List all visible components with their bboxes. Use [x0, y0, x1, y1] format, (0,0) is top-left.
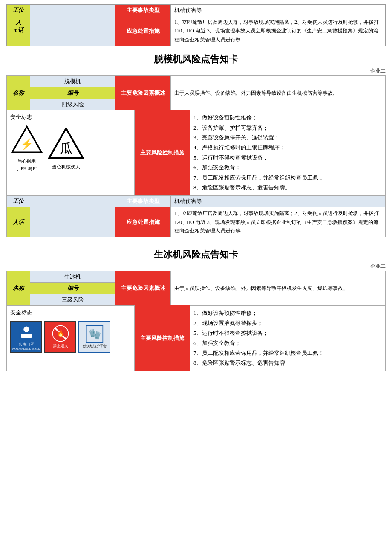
- svg-text:🔥: 🔥: [56, 329, 64, 337]
- card1-safety-section: 安全标志 ⚡ 当心触电 、EH 喝 E" 瓜 当: [6, 110, 386, 195]
- card1-level-value: 四级风险: [30, 99, 115, 110]
- svg-text:⚡: ⚡: [20, 138, 34, 151]
- card2-safety-sign-label: 安全标志: [10, 309, 131, 316]
- card1-risk-value: 由于人员误操作、设备缺陷、外力因素等导致设备由生机械伤害等事故。: [171, 76, 386, 110]
- card1-title: 脱模机风险点告知卡: [6, 53, 386, 66]
- card2-safety-section: 安全标志 防毒口罩 NO DEFENCE MASK: [6, 305, 386, 371]
- card2-icons-row: 防毒口罩 NO DEFENCE MASK 🔥 禁止烟火: [10, 321, 131, 353]
- card1-icon1: ⚡ 当心触电 、EH 喝 E": [10, 125, 43, 172]
- card2-icon3-label: 必须戴防护手套: [83, 344, 107, 348]
- accident-type-value-top: 机械伤害等: [171, 5, 386, 16]
- card2-icon1-sublabel: NO DEFENCE MASK: [12, 347, 40, 351]
- card2-control-label: 主要风险控制措施: [135, 305, 190, 370]
- card2-icon3-box: 🧤 必须戴防护手套: [78, 321, 110, 353]
- card2-title: 生冰机风险点告知卡: [6, 248, 386, 261]
- card2-name-label: 名称: [7, 271, 30, 306]
- card2-icon2-label: 禁止烟火: [53, 343, 68, 349]
- card1-table: 名称 脱模机 主要危险因素概述 由于人员误操作、设备缺陷、外力因素等导致设备由生…: [6, 75, 386, 110]
- card2-control-item-2: 2、现场设置液氨报警探头；: [193, 318, 382, 328]
- card2-control-item-3: 5、运行时不得检查擦拭设备；: [193, 328, 382, 338]
- svg-rect-6: [21, 334, 32, 338]
- card1-id-label: 编号: [30, 87, 115, 99]
- card1-accident-label: 主要事故类型: [115, 196, 171, 207]
- gas-mask-icon: [16, 323, 37, 341]
- svg-point-5: [23, 327, 29, 332]
- card2-icon2-box: 🔥 禁止烟火: [44, 321, 76, 353]
- card1-person-value: [30, 207, 115, 237]
- card1-icon1-label1: 当心触电: [10, 158, 43, 164]
- card2-table: 名称 生冰机 主要危险因素概述 由于人员误操作、设备缺陷、外力因素等导致平板机发…: [6, 271, 386, 306]
- card1-control-item-4: 4、严格执行维修时的上锁挂牌程序；: [193, 142, 382, 152]
- card1-control-item-6: 6、加强安全教育；: [193, 163, 382, 172]
- top-continuation-table: 工位 主要事故类型 机械伤害等 人 m话 应急处置措施 1、立即疏散厂房及周边人…: [6, 4, 386, 46]
- top-row1: 工位 主要事故类型 机械伤害等: [7, 5, 386, 16]
- no-fire-icon: 🔥: [50, 325, 71, 343]
- person-label-top: 人 m话: [7, 16, 30, 46]
- work-position-value-top: [30, 5, 115, 16]
- card2-icon1-box: 防毒口罩 NO DEFENCE MASK: [10, 321, 42, 353]
- card2-risk-label: 主要危险因素概述: [115, 271, 171, 306]
- card2-control-items: 1、做好设备预防性维修； 2、现场设置液氨报警探头； 5、运行时不得检查擦拭设备…: [190, 305, 385, 370]
- card1-control-item-5: 5、运行时不得检查擦拭设备；: [193, 153, 382, 163]
- card1-work-value: [30, 196, 115, 207]
- gloves-icon: 🧤: [84, 325, 105, 343]
- card1-work-label: 工位: [7, 196, 30, 207]
- card1-control-item-2: 2、设备护罩、护栏可靠齐备；: [193, 123, 382, 133]
- card1-control-item-1: 1、做好设备预防性维修；: [193, 113, 382, 122]
- card1-work-row: 工位 主要事故类型 机械伤害等: [7, 196, 386, 207]
- machine-injury-icon: 瓜: [47, 126, 85, 160]
- emergency-value-top: 1、立即疏散厂房及周边人群，对事故现场实施隔离，2、对受伤人员进行及时抢救，并拨…: [171, 16, 386, 46]
- card2-id-label: 编号: [30, 283, 115, 294]
- card2-control-item-4: 6、加强安全教育；: [193, 338, 382, 348]
- card2-name-row: 名称 生冰机 主要危险因素概述 由于人员误操作、设备缺陷、外力因素等导致平板机发…: [7, 271, 386, 283]
- card2-control-item-5: 7、员工配发相应劳保用品，并经常组织检查员工佩！: [193, 348, 382, 358]
- card2-company: 企业二: [6, 263, 386, 270]
- card1-safety-sign-label: 安全标志: [10, 113, 131, 121]
- person-value-top: [30, 16, 115, 46]
- card1-icon1-label2: 、EH 喝 E": [10, 166, 43, 172]
- card1-emergency-value: 1、立即疏散厂房及周边人群，对事故现场实施隔离；2、对受伤人员进行及时抢救，并拨…: [171, 207, 386, 237]
- card1-control-items: 1、做好设备预防性维修； 2、设备护罩、护栏可靠齐备； 3、完善设备急停开关、连…: [190, 110, 385, 195]
- card2-level-value: 三级风险: [30, 294, 115, 306]
- card1-control-item-3: 3、完善设备急停开关、连锁装置；: [193, 133, 382, 142]
- card1-safety-left: 安全标志 ⚡ 当心触电 、EH 喝 E" 瓜 当: [7, 110, 135, 195]
- card2-risk-value: 由于人员误操作、设备缺陷、外力因素等导致平板机发生火灾、爆炸等事故。: [171, 271, 386, 306]
- card2-control-item-1: 1、做好设备预防性维修；: [193, 308, 382, 318]
- card2-control-item-6: 8、危险区张贴警示标志、危害告知牌: [193, 358, 382, 368]
- warning-triangle-icon: ⚡: [10, 125, 43, 154]
- card1-icon2: 瓜 当心机械伤人: [47, 126, 85, 170]
- page: 工位 主要事故类型 机械伤害等 人 m话 应急处置措施 1、立即疏散厂房及周边人…: [0, 0, 392, 375]
- accident-type-label-top: 主要事故类型: [115, 5, 171, 16]
- card1-emergency-label: 应急处置措施: [115, 207, 171, 237]
- card1-company: 企业二: [6, 67, 386, 75]
- card1-name-row: 名称 脱模机 主要危险因素概述 由于人员误操作、设备缺陷、外力因素等导致设备由生…: [7, 76, 386, 87]
- card2-safety-left: 安全标志 防毒口罩 NO DEFENCE MASK: [7, 305, 135, 370]
- svg-text:🧤: 🧤: [88, 328, 101, 340]
- card2-icon3: 🧤 必须戴防护手套: [78, 321, 110, 353]
- card1-name-value: 脱模机: [30, 76, 115, 87]
- card2-name-value: 生冰机: [30, 271, 115, 283]
- svg-text:瓜: 瓜: [60, 141, 72, 155]
- card1-bottom-table: 工位 主要事故类型 机械伤害等 人话 应急处置措施 1、立即疏散厂房及周边人群，…: [6, 195, 386, 237]
- top-row2: 人 m话 应急处置措施 1、立即疏散厂房及周边人群，对事故现场实施隔离，2、对受…: [7, 16, 386, 46]
- card1-risk-label: 主要危险因素概述: [115, 76, 171, 110]
- card1-emergency-row: 人话 应急处置措施 1、立即疏散厂房及周边人群，对事故现场实施隔离；2、对受伤人…: [7, 207, 386, 237]
- card1-person-label: 人话: [7, 207, 30, 237]
- card1-control-label: 主要风险控制措施: [135, 110, 190, 195]
- card2-icon1: 防毒口罩 NO DEFENCE MASK: [10, 321, 42, 353]
- card1-accident-value: 机械伤害等: [171, 196, 386, 207]
- card1-name-label: 名称: [7, 76, 30, 110]
- card2-icon1-label: 防毒口罩: [19, 342, 34, 347]
- work-position-label-top: 工位: [7, 5, 30, 16]
- card1-control-item-7: 7、员工配发相应劳保用品，并经常组织检查员工佩：: [193, 173, 382, 183]
- card2-icon2: 🔥 禁止烟火: [44, 321, 76, 353]
- card1-icon2-label: 当心机械伤人: [47, 164, 85, 170]
- emergency-label-top: 应急处置措施: [115, 16, 171, 46]
- card1-control-item-8: 8、危险区张贴警示标志、危害告知牌。: [193, 183, 382, 192]
- card1-icons-row: ⚡ 当心触电 、EH 喝 E" 瓜 当心机械伤人: [10, 125, 131, 172]
